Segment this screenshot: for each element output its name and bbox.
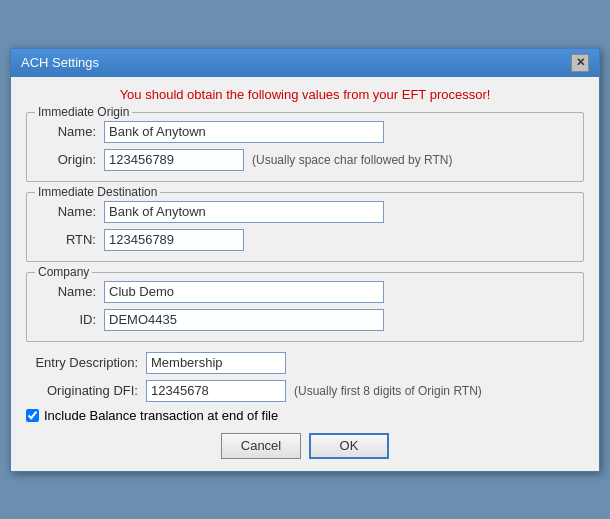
origin-name-label: Name: bbox=[39, 124, 104, 139]
rtn-label: RTN: bbox=[39, 232, 104, 247]
origin-label: Origin: bbox=[39, 152, 104, 167]
originating-dfi-label: Originating DFI: bbox=[26, 383, 146, 398]
company-label: Company bbox=[35, 265, 92, 279]
company-name-label: Name: bbox=[39, 284, 104, 299]
title-bar: ACH Settings ✕ bbox=[11, 49, 599, 77]
company-id-input[interactable] bbox=[104, 309, 384, 331]
close-button[interactable]: ✕ bbox=[571, 54, 589, 72]
company-id-row: ID: bbox=[39, 309, 571, 331]
origin-row: Origin: (Usually space char followed by … bbox=[39, 149, 571, 171]
button-row: Cancel OK bbox=[26, 433, 584, 459]
entry-description-label: Entry Description: bbox=[26, 355, 146, 370]
immediate-destination-label: Immediate Destination bbox=[35, 185, 160, 199]
destination-name-label: Name: bbox=[39, 204, 104, 219]
immediate-origin-group: Immediate Origin Name: Origin: (Usually … bbox=[26, 112, 584, 182]
originating-dfi-hint: (Usually first 8 digits of Origin RTN) bbox=[294, 384, 482, 398]
destination-name-input[interactable] bbox=[104, 201, 384, 223]
origin-name-row: Name: bbox=[39, 121, 571, 143]
rtn-row: RTN: bbox=[39, 229, 571, 251]
origin-hint: (Usually space char followed by RTN) bbox=[252, 153, 453, 167]
origin-input[interactable] bbox=[104, 149, 244, 171]
origin-name-input[interactable] bbox=[104, 121, 384, 143]
include-balance-checkbox[interactable] bbox=[26, 409, 39, 422]
originating-dfi-input[interactable] bbox=[146, 380, 286, 402]
company-name-input[interactable] bbox=[104, 281, 384, 303]
originating-dfi-row: Originating DFI: (Usually first 8 digits… bbox=[26, 380, 584, 402]
company-group: Company Name: ID: bbox=[26, 272, 584, 342]
ok-button[interactable]: OK bbox=[309, 433, 389, 459]
company-id-label: ID: bbox=[39, 312, 104, 327]
include-balance-label: Include Balance transaction at end of fi… bbox=[44, 408, 278, 423]
immediate-destination-group: Immediate Destination Name: RTN: bbox=[26, 192, 584, 262]
ach-settings-dialog: ACH Settings ✕ You should obtain the fol… bbox=[10, 48, 600, 472]
destination-name-row: Name: bbox=[39, 201, 571, 223]
dialog-title: ACH Settings bbox=[21, 55, 99, 70]
dialog-content: You should obtain the following values f… bbox=[11, 77, 599, 471]
entry-description-row: Entry Description: bbox=[26, 352, 584, 374]
rtn-input[interactable] bbox=[104, 229, 244, 251]
company-name-row: Name: bbox=[39, 281, 571, 303]
warning-text: You should obtain the following values f… bbox=[26, 87, 584, 102]
entry-description-input[interactable] bbox=[146, 352, 286, 374]
cancel-button[interactable]: Cancel bbox=[221, 433, 301, 459]
immediate-origin-label: Immediate Origin bbox=[35, 105, 132, 119]
include-balance-row: Include Balance transaction at end of fi… bbox=[26, 408, 584, 423]
